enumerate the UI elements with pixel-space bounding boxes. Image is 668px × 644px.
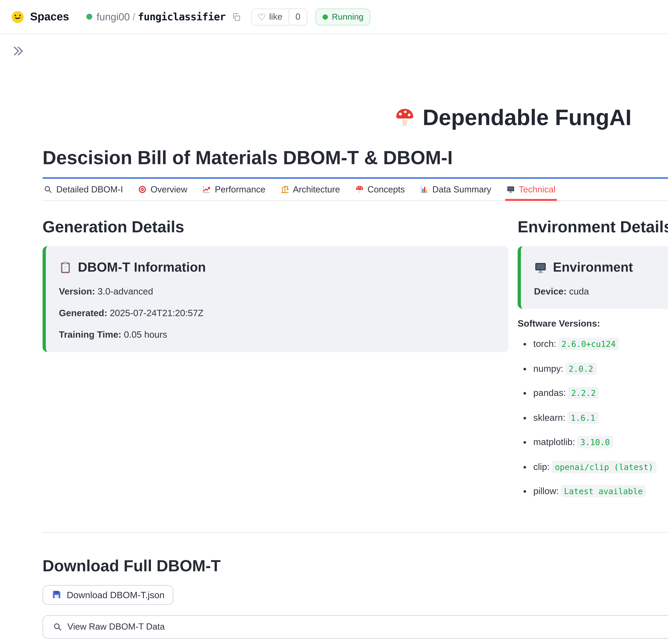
double-chevron-right-icon — [12, 45, 25, 58]
status-label: Running — [332, 12, 364, 21]
monitor-icon — [506, 185, 515, 194]
author-link[interactable]: fungi00 — [96, 11, 130, 23]
software-item: pandas:2.2.2 — [533, 386, 668, 400]
site-header: Spaces fungi00 / fungiclassifier ♡ like … — [0, 0, 668, 34]
dbom-info-card: DBOM-T Information Version: 3.0-advanced… — [43, 246, 508, 352]
software-item: matplotlib:3.10.0 — [533, 435, 668, 449]
heart-icon: ♡ — [258, 12, 266, 21]
tab-detailed-dbom-i[interactable]: Detailed DBOM-I — [43, 181, 124, 200]
mushroom-icon — [395, 107, 415, 128]
dbom-card-title: DBOM-T Information — [59, 260, 496, 275]
save-icon — [52, 589, 61, 599]
tab-label: Concepts — [367, 184, 405, 194]
expander-label: View Raw DBOM-T Data — [67, 622, 165, 631]
magnifier-icon — [44, 185, 52, 194]
generated-field: Generated: 2025-07-24T21:20:57Z — [59, 308, 496, 318]
huggingface-logo-icon[interactable] — [11, 10, 25, 24]
generation-heading: Generation Details — [43, 218, 508, 236]
tab-label: Architecture — [293, 184, 340, 194]
clipboard-icon — [59, 261, 72, 274]
space-name-link[interactable]: fungiclassifier — [138, 11, 226, 23]
software-item: clip:openai/clip (latest) — [533, 460, 668, 474]
tab-label: Data Summary — [432, 184, 491, 194]
app-title: Dependable FungAI — [43, 34, 668, 130]
target-icon — [138, 185, 147, 194]
running-dot-icon — [323, 14, 328, 19]
app-title-text: Dependable FungAI — [423, 105, 632, 130]
environment-card-title: Environment — [534, 260, 668, 275]
download-heading: Download Full DBOM-T — [43, 557, 668, 575]
tab-concepts[interactable]: Concepts — [354, 181, 406, 200]
copy-icon[interactable] — [230, 11, 242, 23]
app-body: Dependable FungAI Descision Bill of Mate… — [0, 34, 668, 644]
space-identifier: fungi00 / fungiclassifier — [86, 11, 242, 23]
status-badge[interactable]: Running — [316, 8, 371, 25]
tab-label: Technical — [519, 184, 556, 194]
blue-divider — [43, 177, 668, 179]
software-item: sklearn:1.6.1 — [533, 410, 668, 424]
magnifier-icon — [53, 622, 62, 631]
software-versions-heading: Software Versions: — [518, 318, 668, 328]
columns: Generation Details DBOM-T Information Ve… — [43, 218, 668, 509]
software-item: torch:2.6.0+cu124 — [533, 337, 668, 351]
like-button[interactable]: ♡ like — [252, 9, 288, 25]
tab-label: Detailed DBOM-I — [56, 184, 123, 194]
like-widget: ♡ like 0 — [251, 8, 307, 25]
header-left: Spaces fungi00 / fungiclassifier ♡ like … — [11, 8, 370, 25]
tab-performance[interactable]: Performance — [201, 181, 267, 200]
raw-dbom-expander[interactable]: View Raw DBOM-T Data — [43, 615, 668, 639]
sidebar-expand-button[interactable] — [11, 43, 26, 59]
tab-label: Overview — [151, 184, 187, 194]
like-count[interactable]: 0 — [288, 9, 307, 25]
tab-technical[interactable]: Technical — [505, 181, 557, 200]
environment-card: Environment Device: cuda — [518, 246, 668, 309]
tab-data-summary[interactable]: Data Summary — [419, 181, 492, 200]
tab-overview[interactable]: Overview — [137, 181, 189, 200]
section-divider — [43, 532, 668, 533]
tab-label: Performance — [215, 184, 265, 194]
environment-column: Environment Details Environment Device: … — [518, 218, 668, 509]
download-dbom-button[interactable]: Download DBOM-T.json — [43, 585, 174, 604]
mushroom-icon — [355, 185, 364, 194]
software-item: numpy:2.0.2 — [533, 362, 668, 375]
monitor-icon — [534, 261, 547, 274]
software-item: pillow:Latest available — [533, 484, 668, 498]
chart-increasing-icon — [202, 185, 211, 194]
spaces-brand[interactable]: Spaces — [30, 10, 69, 23]
path-separator: / — [132, 11, 135, 23]
generation-column: Generation Details DBOM-T Information Ve… — [43, 218, 508, 509]
software-list: torch:2.6.0+cu124 numpy:2.0.2 pandas:2.2… — [518, 337, 668, 498]
bar-chart-icon — [420, 185, 428, 194]
page-heading: Descision Bill of Materials DBOM-T & DBO… — [43, 147, 668, 169]
device-field: Device: cuda — [534, 286, 668, 296]
space-status-dot — [86, 14, 92, 20]
tab-bar: Detailed DBOM-I Overview Performance Arc… — [43, 181, 668, 201]
tab-architecture[interactable]: Architecture — [279, 181, 341, 200]
construction-icon — [280, 185, 289, 194]
like-label: like — [269, 12, 282, 21]
training-time-field: Training Time: 0.05 hours — [59, 329, 496, 340]
environment-heading: Environment Details — [518, 218, 668, 236]
version-field: Version: 3.0-advanced — [59, 286, 496, 296]
